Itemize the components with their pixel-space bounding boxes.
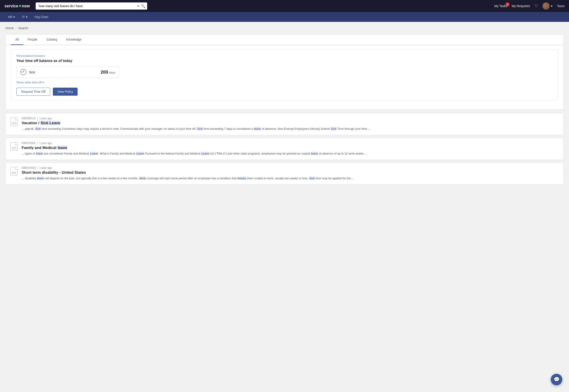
snippet-highlight: leave [254,127,261,130]
doc-lines [11,171,17,174]
favorites-button[interactable]: ♡ [534,4,538,8]
doc-line [12,122,16,123]
personalized-label: Personalized Answers [16,54,553,57]
my-tasks-button[interactable]: My Tasks 2 [494,4,507,8]
doc-lines [11,122,17,125]
sick-left: Sick [20,69,35,75]
sick-number: 200 [100,70,108,75]
result-snippet: ... payroll. Sick time exceeding 3 busin… [22,127,559,131]
doc-line [12,173,16,174]
avatar-dropdown-icon: ▾ [551,4,553,8]
tab-people[interactable]: People [23,35,42,45]
snippet-highlight: Leave [136,152,144,155]
snippet-highlight: Most [139,177,146,180]
doc-line [12,173,16,173]
result-meta: KB0010001 | 1 year ago [22,141,559,145]
secondary-nav: HR ▾ IT ▾ Org Chart [0,12,569,22]
nav-it[interactable]: IT ▾ [19,12,30,22]
nav-org-chart[interactable]: Org Chart [32,12,51,22]
heart-icon: ♡ [534,4,538,8]
result-id: KB0000112 [22,117,36,120]
result-id: KB0010003 [22,166,36,169]
nav-hr-label: HR [8,15,13,19]
nav-actions: My Tasks 2 My Requests ♡ ▾ Tours [494,2,565,10]
tab-catalog[interactable]: Catalog [42,35,62,45]
snippet-highlight: leaves [237,177,246,180]
tabs: All People Catalog Knowledge [6,35,563,45]
user-avatar-button[interactable]: ▾ [542,2,553,10]
snippet-highlight: leave [311,152,318,155]
show-other-chevron-icon: ▾ [42,81,44,84]
doc-line [12,148,16,148]
result-snippet: ... disability leave will depend on the … [22,176,559,181]
my-requests-button[interactable]: My Requests [512,4,530,8]
result-snippet: ... types of leave are considered Family… [22,151,559,156]
doc-icon-shape [11,142,18,151]
result-title[interactable]: Vacation / Sick Leave [22,121,559,125]
personalized-card: Personalized Answers Your time off balan… [11,50,558,100]
result-title[interactable]: Short term disability - United States [22,170,559,175]
nav-org-chart-label: Org Chart [35,15,48,19]
tab-knowledge[interactable]: Knowledge [62,35,86,45]
sick-balance-row: Sick 200 Hour [16,66,119,78]
doc-icon-shape [11,167,18,175]
my-requests-label: My Requests [512,4,530,8]
main-content: Home › Search All People Catalog Knowled… [0,22,569,392]
avatar-face [542,2,550,10]
document-icon [10,118,18,126]
sick-unit: Hour [109,71,115,74]
result-age: 1 year ago [39,141,52,145]
snippet-highlight: Sick [197,127,203,130]
sick-label: Sick [29,70,35,74]
tab-all[interactable]: All [11,35,23,45]
result-content: KB0010001 | 1 year ago Family and Medica… [22,141,559,156]
breadcrumb: Home › Search [5,26,564,30]
nav-hr[interactable]: HR ▾ [5,12,18,22]
view-policy-button[interactable]: View Policy [53,88,78,96]
result-title[interactable]: Family and Medical leave [22,146,559,150]
result-age: 1 year ago [39,166,52,169]
breadcrumb-current: Search [18,26,28,30]
search-input[interactable] [36,2,147,10]
result-title-highlight: Sick Leave [40,121,60,125]
chat-icon: 💬 [554,377,560,382]
sick-right: 200 Hour [100,70,115,75]
doc-lines [11,146,17,150]
nav-hr-dropdown-icon: ▾ [13,15,15,19]
snippet-highlight: leave [36,152,43,155]
breadcrumb-home[interactable]: Home [5,26,14,30]
search-icons: ✕ 🔍 [137,4,145,8]
nav-it-label: IT [22,15,25,19]
sick-icon [20,69,27,75]
show-other-label: Show other time off [16,81,42,84]
result-age: 1 year ago [39,117,52,120]
result-meta: KB0010003 | 1 year ago [22,166,559,169]
logo-dot [19,5,21,7]
doc-line [12,149,16,149]
tours-button[interactable]: Tours [557,4,565,8]
snippet-highlight: Sick [309,177,315,180]
document-icon [10,167,18,175]
top-nav: servicenow ✕ 🔍 My Tasks 2 My Requests ♡ … [0,0,569,12]
logo[interactable]: servicenow [4,4,30,8]
search-content-wrapper: All People Catalog Knowledge Personalize… [5,34,564,110]
table-row: KB0010001 | 1 year ago Family and Medica… [5,138,564,160]
result-title-highlight: leave [57,146,68,150]
result-id: KB0010001 [22,141,36,145]
document-icon [10,142,18,151]
table-row: KB0000112 | 1 year ago Vacation / Sick L… [5,113,564,135]
nav-it-dropdown-icon: ▾ [26,15,28,19]
action-buttons: Request Time Off View Policy [16,88,553,96]
chat-fab-button[interactable]: 💬 [551,374,562,385]
snippet-highlight: leave [37,177,44,180]
doc-icon-shape [11,117,18,126]
doc-line [12,172,16,172]
result-content: KB0010003 | 1 year ago Short term disabi… [22,166,559,181]
show-other-time-off-link[interactable]: Show other time off ▾ [16,81,553,84]
snippet-highlight: Leave [90,152,98,155]
doc-line [12,124,16,125]
clear-icon[interactable]: ✕ [137,4,139,8]
search-icon[interactable]: 🔍 [141,4,145,8]
result-meta: KB0000112 | 1 year ago [22,117,559,120]
request-time-off-button[interactable]: Request Time Off [16,88,50,96]
